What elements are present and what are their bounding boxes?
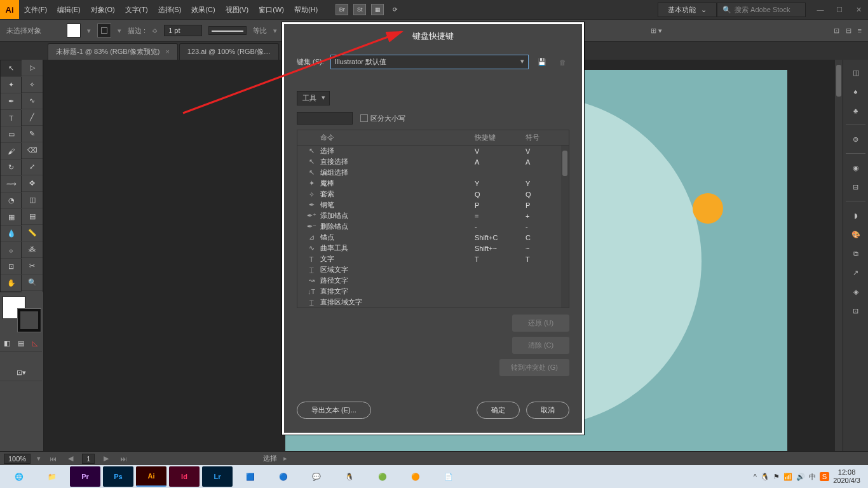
tray-clock[interactable]: 12:08 2020/4/3 <box>833 468 860 485</box>
tray-s-icon[interactable]: S <box>820 472 829 481</box>
keyset-select[interactable]: Illustrator 默认值 <box>330 55 529 69</box>
table-row[interactable]: ↝路径文字 <box>297 275 569 286</box>
table-row[interactable]: ∿曲率工具Shift+~~ <box>297 243 569 254</box>
menu-effect[interactable]: 效果(C) <box>186 5 220 15</box>
table-row[interactable]: ↖编组选择 <box>297 167 569 178</box>
menu-help[interactable]: 帮助(H) <box>289 5 323 15</box>
shortcut-key[interactable]: Shift+~ <box>475 245 526 252</box>
app2-taskbar-icon[interactable]: 🟠 <box>400 466 431 487</box>
tray-up-icon[interactable]: ^ <box>754 473 757 480</box>
case-sensitive-checkbox[interactable]: 区分大小写 <box>360 114 405 123</box>
blend-tool[interactable]: ⟐ <box>1 242 22 259</box>
table-scrollbar[interactable] <box>561 146 569 308</box>
app-taskbar-icon[interactable]: 🟦 <box>235 466 266 487</box>
gradient-mode-icon[interactable]: ▤ <box>14 336 28 352</box>
next-page-icon[interactable]: ▶ <box>101 454 111 463</box>
menu-file[interactable]: 文件(F) <box>19 5 52 15</box>
scale-tool[interactable]: ⤢ <box>22 159 43 175</box>
table-row[interactable]: ↓T直排文字 <box>297 286 569 297</box>
workspace-selector[interactable]: 基本功能 ⌄ <box>658 3 717 17</box>
paintbrush-tool[interactable]: 🖌 <box>1 143 22 159</box>
scope-select[interactable]: 工具 <box>297 91 330 105</box>
gradient-tool[interactable]: ▤ <box>22 208 43 225</box>
gpu-icon[interactable]: ⟳ <box>389 4 402 15</box>
last-page-icon[interactable]: ⏭ <box>118 455 130 463</box>
width-tool[interactable]: ⟿ <box>1 176 22 193</box>
shape-builder-tool[interactable]: ◔ <box>1 193 22 209</box>
stroke-width-stepper[interactable]: ≎ <box>152 27 158 35</box>
arrange-docs-icon[interactable]: ▦ <box>371 4 384 15</box>
libraries-panel-icon[interactable]: ♠ <box>846 83 866 100</box>
table-row[interactable]: ✦魔棒YY <box>297 178 569 189</box>
clover-icon[interactable]: ♣ <box>846 102 866 119</box>
measure-tool[interactable]: 📏 <box>22 225 43 241</box>
shortcut-key[interactable]: T <box>475 255 526 263</box>
export-panel-icon[interactable]: ↗ <box>846 264 866 281</box>
table-row[interactable]: ⟡套索QQ <box>297 189 569 200</box>
table-row[interactable]: ↖直接选择AA <box>297 156 569 167</box>
premiere-taskbar-icon[interactable]: Pr <box>70 466 100 487</box>
table-row[interactable]: T文字TT <box>297 254 569 264</box>
free-transform-tool[interactable]: ✥ <box>22 175 43 192</box>
artboard-tool[interactable]: ⊡ <box>1 259 22 275</box>
magic-wand-tool[interactable]: ✦ <box>1 77 22 93</box>
photoshop-taskbar-icon[interactable]: Ps <box>103 466 133 487</box>
cc-panel-icon[interactable]: ⊚ <box>846 130 866 148</box>
lightroom-taskbar-icon[interactable]: Lr <box>202 466 233 487</box>
symbol-sprayer-tool[interactable]: ⁂ <box>22 241 43 258</box>
restore-button[interactable]: 还原 (U) <box>512 315 569 332</box>
table-row[interactable]: ✒钢笔PP <box>297 200 569 210</box>
zoom-chevron-icon[interactable]: ▾ <box>37 454 41 463</box>
screen-mode-icon[interactable]: ⊡▾ <box>0 365 42 381</box>
rotate-tool[interactable]: ↻ <box>1 159 22 176</box>
lasso-tool[interactable]: ⟡ <box>22 76 43 93</box>
tray-flag-icon[interactable]: ⚑ <box>773 473 780 481</box>
stroke-width-input[interactable] <box>164 25 202 36</box>
uniform-label[interactable]: 等比 <box>253 26 267 36</box>
explorer-taskbar-icon[interactable]: 📁 <box>37 466 67 487</box>
tray-network-icon[interactable]: 📶 <box>783 473 792 481</box>
first-page-icon[interactable]: ⏮ <box>47 455 59 463</box>
browser-taskbar-icon[interactable]: 🌐 <box>4 466 34 487</box>
delete-keyset-icon[interactable]: 🗑 <box>555 56 569 69</box>
indesign-taskbar-icon[interactable]: Id <box>169 466 200 487</box>
zoom-select[interactable]: 100% <box>4 454 31 464</box>
stock-search[interactable]: 🔍 搜索 Adobe Stock <box>717 3 806 17</box>
tray-qq-icon[interactable]: 🐧 <box>761 473 770 481</box>
fill-swatch[interactable] <box>67 24 81 37</box>
bridge-button[interactable]: Br <box>336 4 348 15</box>
rectangle-tool[interactable]: ▭ <box>1 126 22 143</box>
menu-edit[interactable]: 编辑(E) <box>52 5 86 15</box>
none-mode-icon[interactable]: ◺ <box>28 336 42 352</box>
stroke-style[interactable] <box>208 26 247 35</box>
zoom-tool[interactable]: 🔍 <box>22 274 43 291</box>
shortcut-key[interactable]: V <box>475 147 526 155</box>
save-keyset-icon[interactable]: 💾 <box>535 56 549 69</box>
perspective-tool[interactable]: ◫ <box>22 192 43 208</box>
shape-panel-icon[interactable]: ◗ <box>846 207 866 224</box>
color-panel-icon[interactable]: ◉ <box>846 159 866 177</box>
prefs-icon[interactable]: ⊡ <box>834 27 839 35</box>
fill-chevron-icon[interactable]: ▾ <box>87 27 91 35</box>
chat-taskbar-icon[interactable]: 💬 <box>301 466 332 487</box>
clear-button[interactable]: 清除 (C) <box>512 337 569 354</box>
ball-taskbar-icon[interactable]: 🔵 <box>268 466 299 487</box>
chrome-taskbar-icon[interactable]: 🟢 <box>367 466 398 487</box>
document-tab-1[interactable]: 未标题-1 @ 83% (RGB/像素预览) × <box>48 43 178 60</box>
canvas-scrollbar[interactable] <box>835 60 843 474</box>
window-max[interactable]: ☐ <box>830 3 849 16</box>
shortcut-key[interactable]: A <box>475 158 526 166</box>
table-row[interactable]: ✒⁻删除锚点-- <box>297 221 569 232</box>
links-panel-icon[interactable]: ⧉ <box>846 245 866 262</box>
color-mode-icon[interactable]: ◧ <box>0 336 14 352</box>
curvature-tool[interactable]: ∿ <box>22 93 43 109</box>
table-row[interactable]: ⊿锚点Shift+CC <box>297 232 569 243</box>
table-row[interactable]: ⌶区域文字 <box>297 264 569 275</box>
document-tab-2[interactable]: 123.ai @ 100% (RGB/像… <box>179 43 279 60</box>
stroke-chevron-icon[interactable]: ▾ <box>118 27 121 35</box>
stock-button[interactable]: St <box>353 4 366 15</box>
line-tool[interactable]: ╱ <box>22 109 43 126</box>
shortcut-key[interactable]: Shift+C <box>475 234 526 241</box>
tab-close-icon[interactable]: × <box>165 48 169 55</box>
notes-taskbar-icon[interactable]: 📄 <box>433 466 464 487</box>
